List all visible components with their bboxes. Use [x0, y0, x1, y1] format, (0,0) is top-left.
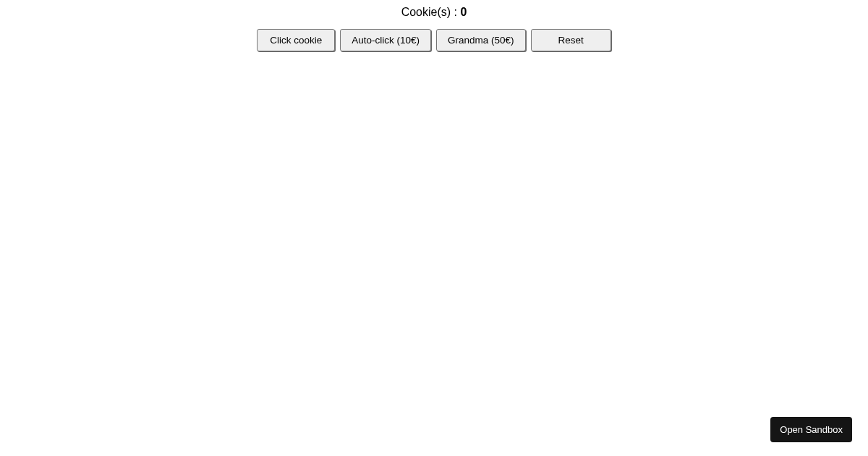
auto-click-button[interactable]: Auto-click (10€): [340, 29, 431, 51]
open-sandbox-button[interactable]: Open Sandbox: [770, 417, 852, 442]
click-cookie-button[interactable]: Click cookie: [257, 29, 335, 51]
cookie-counter-label: Cookie(s) :: [401, 6, 461, 18]
main-container: Cookie(s) : 0 Click cookie Auto-click (1…: [0, 0, 868, 51]
reset-button[interactable]: Reset: [531, 29, 611, 51]
cookie-counter-value: 0: [460, 6, 467, 18]
button-row: Click cookie Auto-click (10€) Grandma (5…: [0, 29, 868, 51]
grandma-button[interactable]: Grandma (50€): [436, 29, 526, 51]
cookie-counter: Cookie(s) : 0: [0, 6, 868, 19]
